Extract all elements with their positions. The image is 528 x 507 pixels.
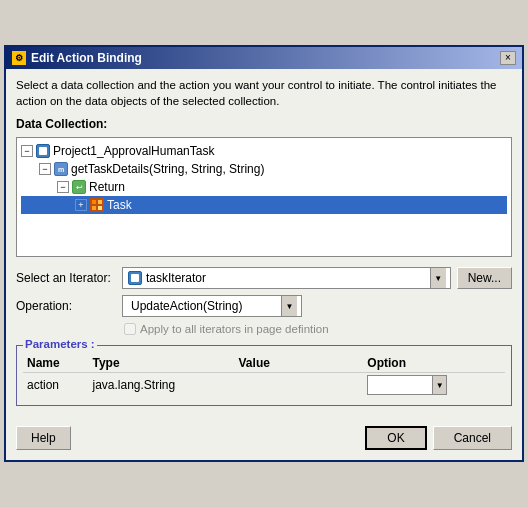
project-icon [35,143,51,159]
apply-all-iterators-label: Apply to all iterators in page defintion [140,323,329,335]
param-type-cell: java.lang.String [89,373,235,398]
tree-item-root-label: Project1_ApprovalHumanTask [53,144,214,158]
new-iterator-button[interactable]: New... [457,267,512,289]
tree-expander-task[interactable]: + [75,199,87,211]
title-bar-left: ⚙ Edit Action Binding [12,51,142,65]
data-collection-label: Data Collection: [16,117,512,131]
iterator-combo[interactable]: taskIterator ▼ [122,267,451,289]
params-col-value: Value [235,354,364,373]
operation-label: Operation: [16,299,116,313]
tree-item-method[interactable]: − m getTaskDetails(String, String, Strin… [21,160,507,178]
iterator-value: taskIterator [146,271,430,285]
operation-row: Operation: UpdateAction(String) ▼ [16,295,512,317]
method-icon: m [53,161,69,177]
param-name-cell: action [23,373,89,398]
table-row: action java.lang.String ▼ [23,373,505,398]
return-icon: ↩ [71,179,87,195]
tree-item-root[interactable]: − Project1_ApprovalHumanTask [21,142,507,160]
tree-expander-return[interactable]: − [57,181,69,193]
tree-item-task-label: Task [107,198,132,212]
tree-item-method-label: getTaskDetails(String, String, String) [71,162,264,176]
tree-expander-root[interactable]: − [21,145,33,157]
title-bar: ⚙ Edit Action Binding × [6,47,522,69]
option-combo-arrow[interactable]: ▼ [432,376,446,394]
param-option-cell: ▼ [363,373,505,398]
operation-value: UpdateAction(String) [127,299,281,313]
apply-all-iterators-checkbox[interactable] [124,323,136,335]
ok-button[interactable]: OK [365,426,426,450]
params-col-type: Type [89,354,235,373]
dialog-footer: Help OK Cancel [6,418,522,460]
param-value-cell[interactable] [235,373,364,398]
ok-cancel-group: OK Cancel [365,426,512,450]
dialog-body: Select a data collection and the action … [6,69,522,414]
operation-dropdown-arrow[interactable]: ▼ [281,296,297,316]
close-button[interactable]: × [500,51,516,65]
edit-action-binding-dialog: ⚙ Edit Action Binding × Select a data co… [4,45,524,462]
params-col-option: Option [363,354,505,373]
data-collection-tree[interactable]: − Project1_ApprovalHumanTask − m getTask… [16,137,512,257]
parameters-title: Parameters : [23,338,97,350]
dialog-icon: ⚙ [12,51,26,65]
iterator-dropdown-arrow[interactable]: ▼ [430,268,446,288]
table-icon [89,197,105,213]
params-header-row: Name Type Value Option [23,354,505,373]
tree-expander-method[interactable]: − [39,163,51,175]
params-col-name: Name [23,354,89,373]
help-button[interactable]: Help [16,426,71,450]
tree-item-return[interactable]: − ↩ Return [21,178,507,196]
cancel-button[interactable]: Cancel [433,426,512,450]
option-combo[interactable]: ▼ [367,375,447,395]
parameters-section: Parameters : Name Type Value Option acti… [16,345,512,406]
parameters-table: Name Type Value Option action java.lang.… [23,354,505,397]
operation-combo[interactable]: UpdateAction(String) ▼ [122,295,302,317]
apply-all-iterators-row: Apply to all iterators in page defintion [16,323,512,335]
description-text: Select a data collection and the action … [16,77,512,109]
iterator-row: Select an Iterator: taskIterator ▼ New..… [16,267,512,289]
iterator-label: Select an Iterator: [16,271,116,285]
iterator-icon [127,270,143,286]
dialog-title: Edit Action Binding [31,51,142,65]
tree-item-return-label: Return [89,180,125,194]
tree-item-task[interactable]: + Task [21,196,507,214]
